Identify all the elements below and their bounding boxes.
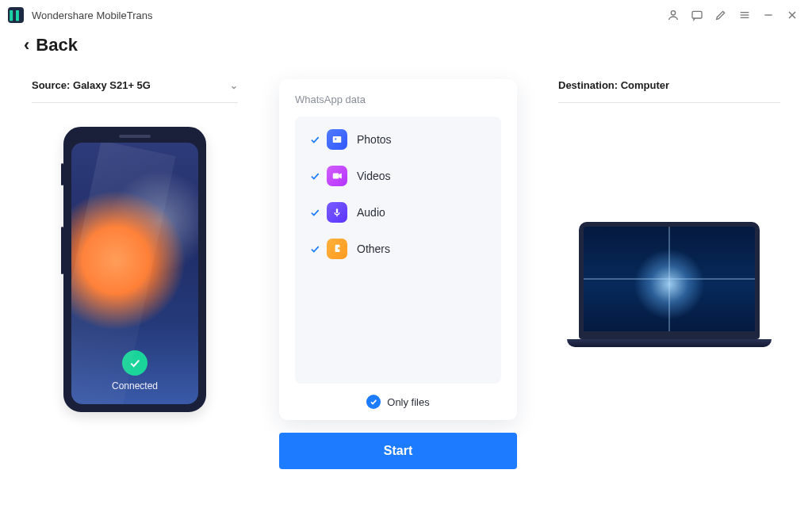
check-icon <box>306 243 324 254</box>
only-files-option[interactable]: Only files <box>295 384 501 409</box>
chevron-left-icon: ‹ <box>24 35 29 55</box>
check-icon <box>306 170 324 181</box>
only-files-label: Only files <box>387 396 429 408</box>
chevron-down-icon: ⌄ <box>230 80 238 91</box>
svg-rect-8 <box>333 136 342 143</box>
source-device-selector[interactable]: Source: Galaxy S21+ 5G ⌄ <box>32 79 238 103</box>
data-type-list: Photos Videos Audio Others <box>295 116 501 384</box>
app-logo: ▌▌ <box>8 7 24 23</box>
item-label: Videos <box>357 170 391 182</box>
destination-column: Destination: Computer <box>558 79 780 347</box>
photos-icon <box>327 129 347 150</box>
account-icon[interactable] <box>661 3 685 27</box>
phone-mockup: Connected <box>63 127 206 412</box>
main-content: Source: Galaxy S21+ 5G ⌄ Connected Whats… <box>0 63 812 507</box>
data-item-photos[interactable]: Photos <box>303 121 493 158</box>
data-card: WhatsApp data Photos Videos Audio <box>279 79 517 420</box>
center-column: WhatsApp data Photos Videos Audio <box>279 79 517 469</box>
message-icon[interactable] <box>685 3 709 27</box>
svg-rect-12 <box>336 208 338 213</box>
svg-rect-10 <box>333 174 339 179</box>
data-item-audio[interactable]: Audio <box>303 194 493 231</box>
svg-point-9 <box>335 138 336 139</box>
card-title: WhatsApp data <box>295 94 501 105</box>
laptop-mockup <box>574 222 764 347</box>
title-bar: ▌▌ Wondershare MobileTrans <box>0 0 812 30</box>
edit-icon[interactable] <box>709 3 733 27</box>
app-title: Wondershare MobileTrans <box>32 10 152 21</box>
back-label: Back <box>36 35 78 55</box>
svg-point-0 <box>671 11 675 15</box>
back-button[interactable]: ‹ Back <box>0 30 812 63</box>
minimize-icon[interactable] <box>756 3 780 27</box>
data-item-videos[interactable]: Videos <box>303 158 493 194</box>
destination-device-name: Computer <box>621 79 669 91</box>
check-icon <box>306 207 324 218</box>
source-device-name: Galaxy S21+ 5G <box>73 79 151 91</box>
start-button[interactable]: Start <box>279 433 517 469</box>
others-icon <box>327 239 347 259</box>
svg-marker-11 <box>339 174 342 179</box>
destination-device-label: Destination: Computer <box>558 79 780 103</box>
item-label: Photos <box>357 133 392 146</box>
data-item-others[interactable]: Others <box>303 231 493 267</box>
videos-icon <box>327 166 347 186</box>
destination-prefix: Destination: <box>558 79 621 91</box>
audio-icon <box>327 202 347 223</box>
svg-rect-1 <box>692 11 702 18</box>
item-label: Audio <box>357 206 385 219</box>
source-prefix: Source: <box>32 79 73 91</box>
menu-icon[interactable] <box>733 3 756 27</box>
source-column: Source: Galaxy S21+ 5G ⌄ Connected <box>32 79 238 412</box>
check-icon <box>306 134 324 145</box>
close-icon[interactable] <box>780 3 804 27</box>
radio-checked-icon <box>366 395 381 409</box>
item-label: Others <box>357 242 390 255</box>
